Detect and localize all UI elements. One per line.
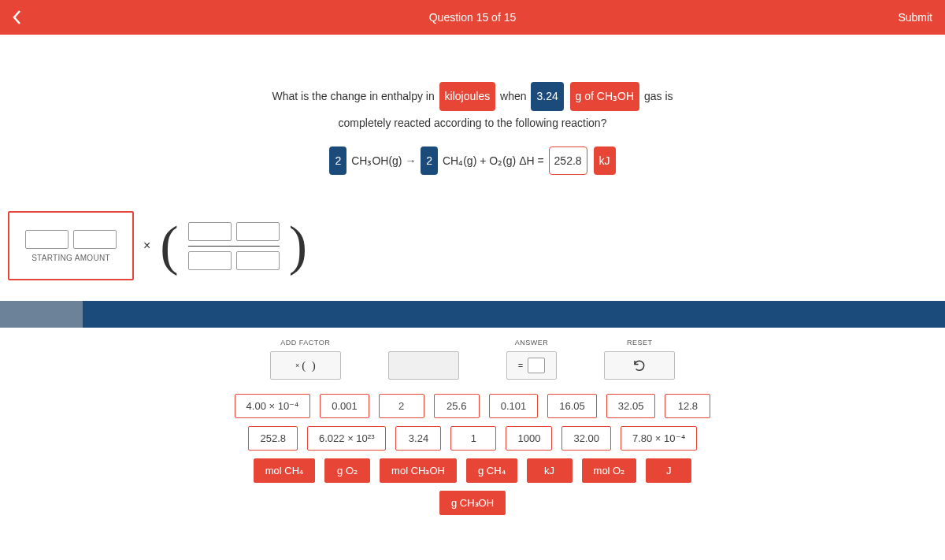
back-button[interactable] xyxy=(0,0,35,35)
chevron-left-icon xyxy=(11,9,24,26)
prompt-text: gas is xyxy=(644,90,673,102)
value-tile[interactable]: 2 xyxy=(379,394,424,418)
eq-unit: kJ xyxy=(594,146,616,176)
value-tile[interactable]: 0.001 xyxy=(320,394,369,418)
paren-open: ( xyxy=(160,224,178,268)
tile-row-1: 4.00 × 10⁻⁴ 0.001 2 25.6 0.101 16.05 32.… xyxy=(235,394,711,418)
answer-label: ANSWER xyxy=(506,339,557,347)
eq-coef: 2 xyxy=(421,146,438,176)
answer-box[interactable]: = xyxy=(506,351,557,380)
value-tile[interactable]: 252.8 xyxy=(248,426,298,451)
app-header: Question 15 of 15 Submit xyxy=(0,0,945,35)
divider-bar xyxy=(0,301,945,328)
chip-substance: g of CH₃OH xyxy=(570,82,639,111)
eq-coef: 2 xyxy=(329,146,346,176)
tile-row-2: 252.8 6.022 × 10²³ 3.24 1 1000 32.00 7.8… xyxy=(248,426,696,451)
value-tile[interactable]: 0.101 xyxy=(489,394,539,418)
controls-row: ADD FACTOR ×( ) ANSWER = RESET xyxy=(0,328,945,394)
tile-bank: 4.00 × 10⁻⁴ 0.001 2 25.6 0.101 16.05 32.… xyxy=(0,394,945,515)
fraction-bar xyxy=(188,246,280,247)
value-tile[interactable]: 25.6 xyxy=(434,394,480,418)
value-tile[interactable]: 16.05 xyxy=(547,394,597,418)
undo-icon xyxy=(632,358,647,373)
unit-tile[interactable]: J xyxy=(646,458,691,483)
prompt-text: completely reacted according to the foll… xyxy=(16,111,929,135)
add-factor-button[interactable]: ×( ) xyxy=(270,351,341,380)
factor-den-value[interactable] xyxy=(188,251,232,270)
question-prompt: What is the change in enthalpy in kilojo… xyxy=(0,35,945,206)
blank-label xyxy=(388,339,459,347)
value-tile[interactable]: 12.8 xyxy=(665,394,710,418)
prompt-text: when xyxy=(500,90,526,102)
value-tile[interactable]: 6.022 × 10²³ xyxy=(307,426,386,451)
start-unit-slot[interactable] xyxy=(73,230,117,249)
chip-mass: 3.24 xyxy=(531,82,563,111)
unit-tile[interactable]: mol CH₄ xyxy=(254,458,315,483)
factor-num-unit[interactable] xyxy=(236,222,280,241)
unit-tile[interactable]: mol O₂ xyxy=(582,458,637,483)
conversion-factor[interactable] xyxy=(188,222,280,270)
unit-tile[interactable]: g O₂ xyxy=(324,458,370,483)
unit-tile[interactable]: kJ xyxy=(527,458,573,483)
question-counter: Question 15 of 15 xyxy=(429,11,517,24)
spacer-box xyxy=(388,351,459,380)
times-icon: × xyxy=(295,362,299,369)
value-tile[interactable]: 1 xyxy=(450,426,496,451)
work-area: STARTING AMOUNT × ( ) xyxy=(0,206,945,301)
eq-text: CH₃OH(g) → xyxy=(351,154,416,167)
value-tile[interactable]: 4.00 × 10⁻⁴ xyxy=(235,394,311,418)
factor-den-unit[interactable] xyxy=(236,251,280,270)
eq-deltaH: 252.8 xyxy=(549,146,587,176)
paren-close: ) xyxy=(289,224,307,268)
value-tile[interactable]: 7.80 × 10⁻⁴ xyxy=(621,426,697,451)
factor-num-value[interactable] xyxy=(188,222,232,241)
starting-amount-label: STARTING AMOUNT xyxy=(32,254,110,262)
equals-sign: = xyxy=(518,361,523,370)
starting-amount-box[interactable]: STARTING AMOUNT xyxy=(8,211,134,280)
tile-row-3: mol CH₄ g O₂ mol CH₃OH g CH₄ kJ mol O₂ J xyxy=(254,458,691,483)
eq-text: CH₄(g) + O₂(g) ΔH = xyxy=(443,154,544,167)
unit-tile[interactable]: g CH₄ xyxy=(466,458,517,483)
prompt-text: What is the change in enthalpy in xyxy=(272,90,434,102)
tile-row-4: g CH₃OH xyxy=(439,491,506,515)
unit-tile[interactable]: mol CH₃OH xyxy=(380,458,457,483)
value-tile[interactable]: 1000 xyxy=(506,426,552,451)
reset-button[interactable] xyxy=(604,351,675,380)
start-value-slot[interactable] xyxy=(25,230,69,249)
multiply-sign: × xyxy=(143,239,150,253)
answer-slot[interactable] xyxy=(528,358,545,373)
submit-button[interactable]: Submit xyxy=(898,11,945,24)
reset-label: RESET xyxy=(604,339,675,347)
unit-tile[interactable]: g CH₃OH xyxy=(439,491,506,515)
chip-kilojoules: kilojoules xyxy=(439,82,496,111)
value-tile[interactable]: 32.00 xyxy=(561,426,611,451)
add-factor-label: ADD FACTOR xyxy=(270,339,341,347)
value-tile[interactable]: 3.24 xyxy=(395,426,441,451)
value-tile[interactable]: 32.05 xyxy=(606,394,656,418)
